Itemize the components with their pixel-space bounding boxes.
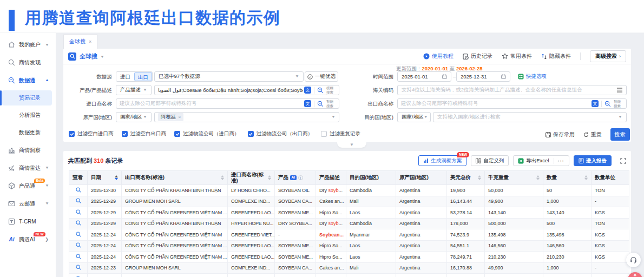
- tool-常用条件[interactable]: 常用条件: [502, 52, 532, 60]
- view-record-button[interactable]: [69, 218, 88, 229]
- cell-exporter[interactable]: GROUP MIEN MOH SARL: [122, 196, 228, 207]
- tag-close-icon[interactable]: ×: [179, 115, 181, 120]
- cell-product[interactable]: SOYBEAN CA...: [275, 196, 316, 207]
- column-header-10[interactable]: 千克重量: [485, 171, 543, 185]
- view-record-button[interactable]: [69, 240, 88, 252]
- cell-importer[interactable]: GREENFEED VIET...: [228, 229, 275, 241]
- smart-search-icon[interactable]: [604, 101, 611, 107]
- column-header-3[interactable]: 出口商名称(标准): [122, 171, 228, 185]
- customer-service-button[interactable]: [626, 253, 641, 267]
- cell-product[interactable]: SOYBEAN CA...: [275, 274, 316, 277]
- translate-icon[interactable]: 文: [304, 100, 311, 107]
- view-record-button[interactable]: [69, 252, 88, 263]
- chevron-down-icon[interactable]: ▼: [100, 54, 104, 58]
- tool-使用教程[interactable]: 使用教程: [423, 52, 454, 60]
- smart-search-label[interactable]: 智能 搜索: [614, 100, 621, 108]
- cell-importer[interactable]: GREENFEED LAO...: [228, 207, 275, 219]
- cell-product[interactable]: -: [275, 229, 316, 241]
- dest-country-input[interactable]: 支持输入国家/地区进行检索 ▼: [433, 112, 627, 122]
- view-record-button[interactable]: [69, 196, 88, 207]
- cell-product[interactable]: DRY SOYBEA...: [275, 218, 316, 229]
- list-icon[interactable]: [617, 88, 622, 93]
- sort-icon[interactable]: [221, 175, 224, 180]
- sidebar-item-2[interactable]: 商情发现: [0, 54, 56, 71]
- reset-button[interactable]: 重置: [583, 131, 602, 138]
- customize-columns-button[interactable]: 自定义列: [471, 155, 509, 166]
- sidebar-item-3[interactable]: 数据通▲: [0, 71, 56, 89]
- view-record-button[interactable]: [69, 207, 88, 219]
- sidebar-subitem-分析报告[interactable]: 分析报告: [0, 107, 56, 124]
- exporter-input[interactable]: 建议去除公司尾部字符或特殊符号 文 智能 搜索: [397, 98, 627, 109]
- sort-icon[interactable]: [115, 175, 118, 180]
- export-excel-button[interactable]: 导出Excel ···: [513, 155, 569, 166]
- cell-product[interactable]: SOYBEAN CA...: [275, 262, 316, 274]
- view-record-button[interactable]: [69, 274, 88, 277]
- quick-options-link[interactable]: 快捷选项: [518, 73, 547, 80]
- cell-importer[interactable]: GREENFEED LAO...: [228, 240, 275, 252]
- cell-exporter[interactable]: CÔNG TY CỔ PHẦN GREENFEED VIỆT NAM ...: [122, 207, 228, 219]
- cell-importer[interactable]: COMPLEXE IND...: [228, 262, 275, 274]
- product-type-select[interactable]: 产品描述 ▼: [116, 85, 152, 95]
- cell-product[interactable]: SOYBEAN ME...: [275, 207, 316, 219]
- sidebar-item-1[interactable]: 我的账户▼: [0, 36, 56, 54]
- tab-global-search[interactable]: 全球搜 ×: [63, 34, 97, 49]
- view-record-button[interactable]: [69, 229, 88, 241]
- cell-exporter[interactable]: GROUP MIEN MOH SARL: [122, 274, 228, 277]
- data-source-dropdown[interactable]: 已选中97个数据源 ▼: [154, 71, 304, 82]
- sort-icon[interactable]: [268, 175, 271, 180]
- importer-input[interactable]: 建议去除公司尾部字符或特殊符号 文 智能 搜索: [116, 98, 339, 109]
- fuzzy-search-label[interactable]: 模糊 搜索: [326, 86, 333, 94]
- advanced-search-button[interactable]: 高级搜索›: [590, 50, 626, 62]
- cell-importer[interactable]: GREENFEED LAO...: [228, 252, 275, 263]
- date-from-input[interactable]: 2025-01-01: [397, 71, 451, 82]
- sort-icon[interactable]: [536, 175, 540, 180]
- hs-code-input[interactable]: 支持4位以上海关编码，或2位海关编码加上产品描述、企业名称的任意信息组合: [397, 85, 627, 95]
- cell-product[interactable]: SOYBEAN ME...: [275, 252, 316, 263]
- filter-checkbox-3[interactable]: 过滤物流公司（进口商）: [174, 130, 240, 137]
- smart-search-label[interactable]: 智能 搜索: [326, 100, 333, 108]
- fuzzy-search-icon[interactable]: [317, 87, 324, 94]
- cell-exporter[interactable]: CÔNG TY CỔ PHẦN GREENFEED VIỆT NAM: [122, 229, 228, 241]
- cell-product[interactable]: SOYBEAN OIL: [275, 185, 316, 196]
- fullscreen-icon[interactable]: [620, 158, 626, 164]
- cell-exporter[interactable]: GROUP MIEN MOH SARL: [122, 262, 228, 274]
- export-toggle[interactable]: 出口: [134, 72, 152, 81]
- more-options-button[interactable]: ···: [554, 158, 565, 164]
- column-header-4[interactable]: 进口商名称(标准): [228, 171, 275, 185]
- tab-close-icon[interactable]: ×: [89, 39, 91, 44]
- translate-icon[interactable]: 文: [304, 87, 311, 94]
- tool-历史记录[interactable]: 历史记录: [463, 52, 492, 60]
- sidebar-subitem-贸易记录[interactable]: 贸易记录: [0, 89, 56, 107]
- cell-importer[interactable]: HYPER HOPE NU...: [228, 218, 275, 229]
- column-header-9[interactable]: 美元总价: [447, 171, 485, 185]
- dest-country-select[interactable]: 国家/地区 ▼: [397, 112, 431, 122]
- date-to-input[interactable]: 2025-12-31: [456, 71, 510, 82]
- sidebar-item-7[interactable]: 云邮通▼: [0, 195, 56, 213]
- enter-report-button[interactable]: 进入报告: [574, 155, 612, 166]
- column-header-2[interactable]: 日期: [88, 171, 122, 185]
- origin-country-input[interactable]: 阿根廷× ▼: [154, 112, 339, 122]
- cell-product[interactable]: SOYBEAN ME...: [275, 240, 316, 252]
- sidebar-item-5[interactable]: 商情雷达▼: [0, 159, 56, 177]
- filter-checkbox-4[interactable]: 过滤物流公司（出口商）: [248, 130, 313, 137]
- sidebar-item-9[interactable]: Ai腾道AINEW❯: [0, 230, 56, 248]
- tool-隐藏条件[interactable]: 隐藏条件: [541, 52, 571, 60]
- filter-checkbox-2[interactable]: 过滤空白出口商: [122, 130, 167, 137]
- country-tag-argentina[interactable]: 阿根廷×: [158, 113, 183, 121]
- cell-importer[interactable]: COMPLEXE IND...: [228, 274, 275, 277]
- cell-importer[interactable]: COMPLEXE IND...: [228, 196, 275, 207]
- search-button[interactable]: 搜索: [610, 128, 630, 141]
- cell-exporter[interactable]: CÔNG TY CỔ PHẦN KHAI ANH BÌNH THUẬN: [122, 218, 228, 229]
- product-description-input[interactable]: فول الصويا;Соевые бобы;Đậu nành;Soja;soj…: [154, 85, 339, 95]
- filter-checkbox-1[interactable]: 过滤空白进口商: [69, 130, 114, 137]
- import-toggle[interactable]: 进口: [116, 72, 134, 81]
- cell-importer[interactable]: LY HONG CHHO...: [228, 185, 275, 196]
- generate-insight-button[interactable]: 生成洞察方案 NEW: [418, 155, 466, 166]
- cell-exporter[interactable]: CÔNG TY CỔ PHẦN GREENFEED VIỆT NAM ...: [122, 240, 228, 252]
- translate-icon[interactable]: 文: [592, 100, 599, 107]
- filter-checkbox-5[interactable]: 过滤重复记录: [321, 130, 360, 137]
- cell-exporter[interactable]: CÔNG TY CỔ PHẦN GREENFEED VIỆT NAM ...: [122, 252, 228, 263]
- smart-search-icon[interactable]: [317, 101, 324, 107]
- view-record-button[interactable]: [69, 185, 88, 196]
- one-click-optimize-button[interactable]: 一键优选: [305, 71, 338, 82]
